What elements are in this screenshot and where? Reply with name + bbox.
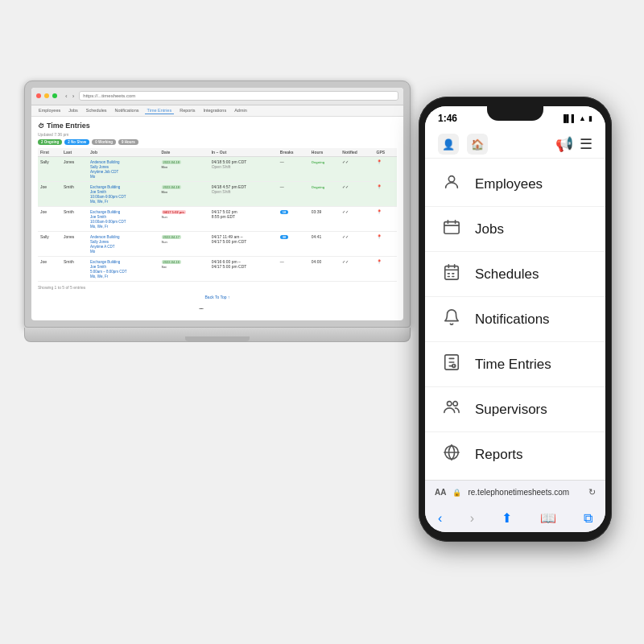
cell-inout: 04/18 5:00 pm CDTOpen Shift: [209, 157, 278, 182]
cell-notified: ✓✓: [340, 207, 374, 232]
laptop-lid: ‹ › https://...timesheets.com Employees …: [24, 80, 411, 328]
phone-notch: [487, 106, 543, 121]
logo-icon: T: [196, 308, 207, 309]
menu-item-employees[interactable]: Employees: [425, 162, 605, 207]
close-dot[interactable]: [36, 93, 41, 98]
table-row: Joe Smith Exchange BuildingJoe Smith10:0…: [38, 207, 397, 232]
megaphone-icon[interactable]: 📢: [555, 135, 573, 153]
notifications-icon: [441, 308, 462, 330]
cell-job: Exchange BuildingJoe Smith5:00am – 8:00p…: [88, 257, 159, 282]
lock-icon: 🔒: [452, 489, 461, 497]
phone-outer: 1:46 ▐▌▌ ▲ ▮ 👤 🏠: [419, 97, 612, 542]
col-notified: Notified: [340, 148, 374, 157]
phone-top-nav: 👤 🏠 📢 ☰: [425, 127, 605, 159]
phone-bottom-nav: ‹ › ⬆ 📖 ⧉: [425, 504, 605, 532]
cell-hours: Ongoing: [309, 157, 341, 182]
nav-admin[interactable]: Admin: [232, 107, 250, 114]
back-nav-button[interactable]: ‹: [438, 511, 442, 526]
time-entries-label: Time Entries: [475, 357, 551, 373]
cell-last: Jones: [61, 157, 88, 182]
status-icons: ▐▌▌ ▲ ▮: [561, 114, 592, 122]
col-gps: GPS: [374, 148, 397, 157]
badge-ongoing: 2 Ongoing: [38, 139, 62, 145]
nav-schedules[interactable]: Schedules: [84, 107, 109, 114]
col-inout: In – Out: [209, 148, 278, 157]
profile-icon-button[interactable]: 👤: [438, 134, 459, 155]
phone-menu: Employees Jobs: [425, 159, 605, 480]
menu-item-supervisors[interactable]: Supervisors: [425, 387, 605, 432]
cell-first: Sally: [38, 157, 61, 182]
back-button[interactable]: ‹: [64, 92, 69, 101]
bookmarks-button[interactable]: 📖: [540, 510, 556, 526]
home-icon: 🏠: [471, 138, 484, 151]
forward-button[interactable]: ›: [71, 92, 76, 101]
col-hours: Hours: [309, 148, 341, 157]
home-icon-button[interactable]: 🏠: [467, 134, 488, 155]
cell-breaks: —: [278, 182, 309, 207]
cell-first: Joe: [38, 257, 61, 282]
reports-label: Reports: [475, 447, 523, 463]
address-bar[interactable]: https://...timesheets.com: [79, 91, 398, 101]
cell-gps: 📍: [374, 182, 397, 207]
share-button[interactable]: ⬆: [502, 510, 512, 526]
address-text: https://...timesheets.com: [83, 93, 135, 98]
cell-last: Smith: [61, 207, 88, 232]
cell-job: Anderson BuildingSally JonesAnytime A CD…: [88, 232, 159, 257]
cell-inout: 04/17 11:49 am –04/17 5:00 pm CDT: [209, 232, 278, 257]
back-to-top[interactable]: Back To Top ↑: [38, 295, 397, 299]
page-title: ⏱ Time Entries: [38, 122, 397, 130]
address-url[interactable]: re.telephonetimesheets.com: [468, 488, 582, 497]
cell-inout: 04/18 4:57 pm EDTOpen Shift: [209, 182, 278, 207]
nav-employees[interactable]: Employees: [36, 107, 63, 114]
menu-item-jobs[interactable]: Jobs: [425, 207, 605, 252]
cell-date: 2022-04-18Mon: [159, 182, 209, 207]
nav-notifications[interactable]: Notifications: [113, 107, 142, 114]
browser-chrome: ‹ › https://...timesheets.com: [31, 88, 403, 105]
cell-hours: 03:39: [309, 207, 341, 232]
cell-first: Sally: [38, 232, 61, 257]
address-aa: AA: [435, 488, 446, 497]
laptop: ‹ › https://...timesheets.com Employees …: [24, 80, 411, 342]
tabs-button[interactable]: ⧉: [584, 511, 592, 526]
cell-first: Joe: [38, 207, 61, 232]
reports-icon: [441, 444, 462, 465]
wifi-icon: ▲: [579, 114, 586, 122]
app-nav: Employees Jobs Schedules Notifications T…: [31, 105, 403, 117]
supervisors-icon: [441, 398, 462, 420]
employees-icon: [441, 173, 462, 195]
menu-item-notifications[interactable]: Notifications: [425, 297, 605, 342]
hamburger-menu-icon[interactable]: ☰: [580, 135, 592, 153]
menu-item-time-entries[interactable]: Time Entries: [425, 342, 605, 387]
cell-notified: ✓✓: [340, 182, 374, 207]
cell-notified: ✓✓: [340, 157, 374, 182]
cell-hours: 04:00: [309, 257, 341, 282]
app-content: ⏱ Time Entries Updated 7:36 pm 2 Ongoing…: [31, 117, 403, 309]
nav-jobs[interactable]: Jobs: [66, 107, 80, 114]
nav-integrations[interactable]: Integrations: [200, 107, 229, 114]
cell-gps: 📍: [374, 257, 397, 282]
schedules-icon: [441, 263, 462, 285]
cell-job: Exchange BuildingJoe Smith10:00am-9:00pm…: [88, 207, 159, 232]
nav-reports[interactable]: Reports: [177, 107, 197, 114]
footer-text: Showing 1 to 5 of 5 entries: [38, 285, 397, 290]
maximize-dot[interactable]: [52, 93, 57, 98]
col-breaks: Breaks: [278, 148, 309, 157]
status-time: 1:46: [438, 113, 457, 124]
cell-inout: 04/16 6:00 pm –04/17 5:00 pm CDT: [209, 257, 278, 282]
jobs-icon: [441, 218, 462, 240]
phone-address-bar: AA 🔒 re.telephonetimesheets.com ↻: [425, 480, 605, 504]
minimize-dot[interactable]: [44, 93, 49, 98]
battery-icon: ▮: [588, 114, 592, 122]
cell-last: Jones: [61, 232, 88, 257]
menu-item-reports[interactable]: Reports: [425, 432, 605, 477]
updated-text: Updated 7:36 pm: [38, 132, 397, 137]
cell-gps: 📍: [374, 232, 397, 257]
menu-item-schedules[interactable]: Schedules: [425, 252, 605, 297]
svg-rect-2: [445, 266, 459, 280]
refresh-icon[interactable]: ↻: [588, 487, 596, 497]
nav-time-entries[interactable]: Time Entries: [145, 107, 175, 114]
cell-breaks: —: [278, 157, 309, 182]
forward-nav-button[interactable]: ›: [470, 511, 474, 526]
table-row: Joe Smith Exchange BuildingJoe Smith5:00…: [38, 257, 397, 282]
badge-working: 0 Working: [92, 139, 116, 145]
